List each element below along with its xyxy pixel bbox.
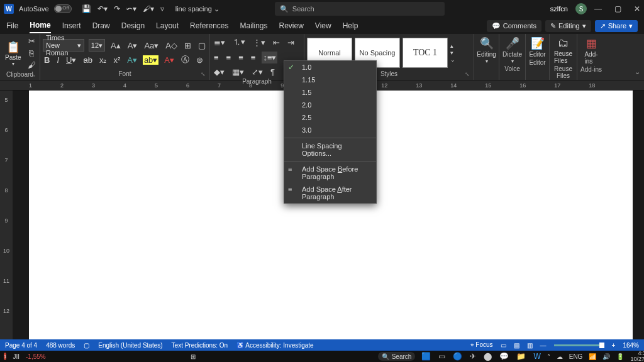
page-count[interactable]: Page 4 of 4 <box>5 342 37 349</box>
view-print-icon[interactable]: ▤ <box>514 342 519 349</box>
undo-icon[interactable]: ↶▾ <box>97 4 108 13</box>
text-predictions-status[interactable]: Text Predictions: On <box>172 342 228 349</box>
decrease-indent-icon[interactable]: ⇤ <box>272 36 281 48</box>
view-read-icon[interactable]: ▭ <box>501 342 506 349</box>
tab-file[interactable]: File <box>6 19 18 33</box>
numbering-icon[interactable]: ⒈▾ <box>231 35 247 49</box>
zoom-level[interactable]: 164% <box>623 342 639 349</box>
save-icon[interactable]: 💾 <box>82 4 91 13</box>
tab-insert[interactable]: Insert <box>62 19 81 33</box>
cut-icon[interactable]: ✂ <box>27 35 36 47</box>
italic-button[interactable]: I <box>55 54 60 66</box>
taskbar-whatsapp-icon[interactable]: 💬 <box>499 352 509 361</box>
tray-clock[interactable]: 4:33 AM 10/27/2023 <box>630 351 644 362</box>
taskbar-explorer-icon[interactable]: ▭ <box>438 352 445 361</box>
view-web-icon[interactable]: ▥ <box>527 342 533 349</box>
change-case-icon[interactable]: Aa▾ <box>143 40 160 52</box>
copy-icon[interactable]: ⎘ <box>28 47 35 59</box>
redo-icon[interactable]: ↷ <box>114 4 120 13</box>
show-marks-icon[interactable]: ¶ <box>269 66 276 78</box>
taskbar-word-icon[interactable]: W <box>533 352 540 361</box>
tray-lang[interactable]: ENG <box>569 353 583 360</box>
tray-battery-icon[interactable]: 🔋 <box>616 353 624 360</box>
taskbar-search[interactable]: 🔍 Search <box>378 352 416 361</box>
line-spacing-2-0[interactable]: 2.0 <box>284 99 376 111</box>
style-toc1[interactable]: TOC 1 <box>402 38 448 68</box>
taskbar-app-icon[interactable]: 🟦 <box>421 352 431 361</box>
close-button[interactable]: ✕ <box>634 4 640 13</box>
editor-button[interactable]: 📝 Editor <box>528 35 547 59</box>
user-avatar[interactable]: S <box>575 3 587 14</box>
maximize-button[interactable]: ▢ <box>614 4 621 13</box>
paste-button[interactable]: 📋 Paste▾ <box>3 39 24 68</box>
line-spacing-options[interactable]: Line Spacing Options... <box>284 140 376 160</box>
grow-font-icon[interactable]: A▴ <box>109 40 122 52</box>
tab-design[interactable]: Design <box>121 19 145 33</box>
spellcheck-icon[interactable]: ▢ <box>84 342 89 349</box>
line-spacing-1-5[interactable]: 1.5 <box>284 86 376 99</box>
font-size-combo[interactable]: 12▾ <box>89 39 105 52</box>
increase-indent-icon[interactable]: ⇥ <box>286 36 296 48</box>
line-spacing-icon[interactable]: ↕≡▾ <box>262 52 277 63</box>
multilevel-icon[interactable]: ⋮▾ <box>252 36 267 48</box>
enclose-icon[interactable]: ⊜ <box>195 54 204 66</box>
autosave-toggle[interactable]: Off <box>54 4 72 13</box>
line-spacing-1-15[interactable]: 1.15 <box>284 74 376 86</box>
superscript-button[interactable]: x² <box>112 54 121 66</box>
align-left-icon[interactable]: ≡ <box>213 52 220 63</box>
clear-formatting-icon[interactable]: A◇ <box>164 40 179 52</box>
qat-item-icon[interactable]: ⤺▾ <box>126 4 136 13</box>
font-launcher-icon[interactable]: ⤡ <box>201 71 206 77</box>
align-right-icon[interactable]: ≡ <box>237 52 245 63</box>
editing-button[interactable]: 🔍 Editing▾ <box>477 35 496 65</box>
vertical-ruler[interactable]: 56789101112 <box>0 90 13 341</box>
bold-button[interactable]: B <box>43 54 51 66</box>
styles-launcher-icon[interactable]: ⤡ <box>465 71 470 77</box>
format-painter-icon[interactable]: 🖌 <box>26 59 37 71</box>
underline-button[interactable]: U▾ <box>65 54 77 66</box>
sort-icon[interactable]: ⤢▾ <box>250 66 264 78</box>
zoom-slider[interactable] <box>554 344 604 346</box>
zoom-in-icon[interactable]: + <box>612 342 616 349</box>
qat-dropdown-icon[interactable]: ▿ <box>160 4 164 13</box>
text-effects-icon[interactable]: A▾ <box>126 54 138 66</box>
line-spacing-1-0[interactable]: ✓1.0 <box>284 61 376 74</box>
taskbar-user[interactable]: JII <box>13 353 19 360</box>
add-space-before[interactable]: ≡Add Space Before Paragraph <box>284 163 376 183</box>
line-spacing-2-5[interactable]: 2.5 <box>284 111 376 124</box>
tab-review[interactable]: Review <box>279 19 304 33</box>
align-center-icon[interactable]: ≡ <box>225 52 233 63</box>
shrink-font-icon[interactable]: A▾ <box>126 40 139 52</box>
bullets-icon[interactable]: ≣▾ <box>213 36 226 48</box>
subscript-button[interactable]: x₂ <box>98 54 108 66</box>
clipboard-launcher-icon[interactable]: ⤡ <box>31 72 36 78</box>
taskbar-edge-icon[interactable]: 🔵 <box>453 352 462 361</box>
justify-icon[interactable]: ≡ <box>250 52 257 63</box>
char-shading-icon[interactable]: Ⓐ <box>180 53 191 67</box>
reuse-files-button[interactable]: 🗂 Reuse Files <box>552 35 574 65</box>
taskbar-folder-icon[interactable]: 📁 <box>516 352 526 361</box>
focus-mode[interactable]: ⌖ Focus <box>470 341 493 349</box>
editing-mode-button[interactable]: ✎ Editing ▾ <box>545 20 591 32</box>
tab-layout[interactable]: Layout <box>156 19 179 33</box>
tab-home[interactable]: Home <box>30 18 50 33</box>
dictate-button[interactable]: 🎤 Dictate▾ <box>502 35 523 65</box>
minimize-button[interactable]: — <box>594 4 602 13</box>
comments-button[interactable]: 💬 Comments <box>487 20 541 32</box>
styles-more-icon[interactable]: ⌄ <box>450 57 455 63</box>
collapse-ribbon-icon[interactable]: ⌄ <box>635 68 640 76</box>
tab-view[interactable]: View <box>315 19 331 33</box>
tray-volume-icon[interactable]: 🔊 <box>602 353 610 360</box>
accessibility-status[interactable]: ♿ Accessibility: Investigate <box>236 342 314 349</box>
taskbar-notification-icon[interactable]: 1 <box>4 353 6 360</box>
highlight-icon[interactable]: ab▾ <box>143 55 158 65</box>
share-button[interactable]: ↗ Share ▾ <box>595 20 638 32</box>
tray-cloud-icon[interactable]: ☁ <box>557 353 563 360</box>
start-button[interactable]: ⊞ <box>191 353 196 360</box>
borders-icon[interactable]: ▦▾ <box>231 66 245 78</box>
tab-mailings[interactable]: Mailings <box>240 19 267 33</box>
zoom-out-icon[interactable]: — <box>540 342 547 349</box>
styles-down-icon[interactable]: ▾ <box>450 50 455 56</box>
tab-references[interactable]: References <box>190 19 228 33</box>
taskbar-chrome-icon[interactable]: ⬤ <box>484 352 492 361</box>
